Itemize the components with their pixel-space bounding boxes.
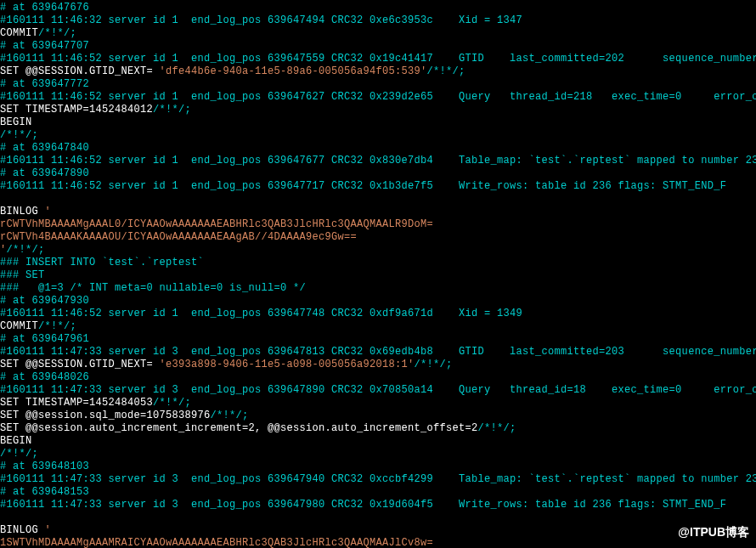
terminal-line: 1SWTVhMDAAAAMgAAAMRAICYAAOwAAAAAAAEABHRl… (0, 537, 756, 548)
terminal-line: BEGIN (0, 116, 756, 129)
terminal-line: SET TIMESTAMP=1452484053/*!*/; (0, 397, 756, 410)
text-segment: # at 639647961 (0, 333, 89, 345)
text-segment: # at 639647707 (0, 40, 89, 52)
text-segment: COMMIT (0, 320, 38, 332)
text-segment: # at 639647840 (0, 142, 89, 154)
text-segment: /*!*/; (38, 27, 76, 39)
terminal-line: BINLOG ' (0, 206, 756, 218)
text-segment: ' (0, 244, 7, 256)
text-segment: /*!*/; (38, 320, 76, 332)
terminal-line: # at 639647707 (0, 40, 756, 53)
terminal-line: SET @@SESSION.GTID_NEXT= 'dfe44b6e-940a-… (0, 65, 756, 78)
terminal-line: /*!*/; (0, 129, 756, 142)
text-segment: #160111 11:47:33 server id 3 end_log_pos… (0, 499, 726, 511)
terminal-line: SET @@session.auto_increment_increment=2… (0, 422, 756, 435)
terminal-line: rCWTVhMBAAAAMgAAAL0/ICYAAOwAAAAAAAEABHRl… (0, 218, 756, 231)
terminal-line: BINLOG ' (0, 524, 756, 537)
terminal-line: #160111 11:47:33 server id 3 end_log_pos… (0, 384, 756, 397)
terminal-line: # at 639647676 (0, 2, 756, 14)
terminal-line (0, 193, 756, 206)
text-segment: /*!*/; (211, 410, 249, 421)
text-segment: SET TIMESTAMP=1452484053 (0, 397, 153, 409)
terminal-line: rCWTVh4BAAAAKAAAAOU/ICYAAOwAAAAAAAEAAgAB… (0, 231, 756, 244)
text-segment: ### SET (0, 269, 45, 281)
text-segment: BINLOG (0, 206, 45, 218)
text-segment: 1SWTVhMDAAAAMgAAAMRAICYAAOwAAAAAAAEABHRl… (0, 537, 433, 548)
text-segment: #160111 11:46:52 server id 1 end_log_pos… (0, 91, 756, 103)
terminal-line: # at 639648103 (0, 460, 756, 473)
terminal-line: COMMIT/*!*/; (0, 27, 756, 40)
text-segment: 'e393a898-9406-11e5-a098-005056a92018:1' (160, 359, 415, 370)
text-segment: /*!*/; (427, 65, 465, 77)
terminal-line: SET TIMESTAMP=1452484012/*!*/; (0, 104, 756, 116)
terminal-line: ### @1=3 /* INT meta=0 nullable=0 is_nul… (0, 282, 756, 295)
text-segment: ### @1=3 /* INT meta=0 nullable=0 is_nul… (0, 282, 306, 294)
terminal-line: #160111 11:46:52 server id 1 end_log_pos… (0, 308, 756, 320)
text-segment: #160111 11:46:52 server id 1 end_log_pos… (0, 308, 522, 319)
text-segment: #160111 11:47:33 server id 3 end_log_pos… (0, 384, 756, 396)
terminal-line: #160111 11:46:52 server id 1 end_log_pos… (0, 91, 756, 104)
terminal-line: # at 639648153 (0, 486, 756, 499)
terminal-line: # at 639647961 (0, 333, 756, 346)
text-segment: SET @@SESSION.GTID_NEXT= (0, 65, 160, 77)
text-segment: SET TIMESTAMP=1452484012 (0, 104, 153, 116)
text-segment: BEGIN (0, 116, 32, 128)
text-segment: #160111 11:47:33 server id 3 end_log_pos… (0, 473, 756, 485)
terminal-line: /*!*/; (0, 448, 756, 460)
terminal-line: # at 639647890 (0, 167, 756, 180)
terminal-line: # at 639648026 (0, 371, 756, 384)
text-segment: #160111 11:46:52 server id 1 end_log_pos… (0, 53, 756, 65)
watermark-text: @ITPUB博客 (678, 525, 749, 540)
terminal-line: ### SET (0, 269, 756, 282)
terminal-line: #160111 11:47:33 server id 3 end_log_pos… (0, 499, 756, 511)
text-segment: # at 639647930 (0, 295, 89, 307)
text-segment: BEGIN (0, 435, 32, 447)
text-segment: # at 639648103 (0, 460, 89, 472)
text-segment: SET @@SESSION.GTID_NEXT= (0, 359, 160, 370)
terminal-line: SET @@SESSION.GTID_NEXT= 'e393a898-9406-… (0, 359, 756, 371)
text-segment: rCWTVh4BAAAAKAAAAOU/ICYAAOwAAAAAAAEAAgAB… (0, 231, 357, 243)
terminal-line: '/*!*/; (0, 244, 756, 257)
text-segment: #160111 11:47:33 server id 3 end_log_pos… (0, 346, 756, 358)
text-segment: # at 639648153 (0, 486, 89, 498)
terminal-line: COMMIT/*!*/; (0, 320, 756, 333)
text-segment: #160111 11:46:32 server id 1 end_log_pos… (0, 14, 522, 26)
terminal-line: ### INSERT INTO `test`.`reptest` (0, 257, 756, 269)
text-segment: # at 639648026 (0, 371, 89, 383)
terminal-line: # at 639647772 (0, 78, 756, 91)
terminal-line: # at 639647840 (0, 142, 756, 155)
text-segment: /*!*/; (153, 397, 191, 409)
text-segment: /*!*/; (0, 129, 38, 141)
text-segment: /*!*/; (0, 448, 38, 460)
text-segment (0, 511, 7, 523)
text-segment: rCWTVhMBAAAAMgAAAL0/ICYAAOwAAAAAAAEABHRl… (0, 218, 433, 230)
text-segment: /*!*/; (478, 422, 516, 434)
text-segment: # at 639647772 (0, 78, 89, 90)
text-segment: BINLOG (0, 524, 45, 536)
terminal-line (0, 511, 756, 524)
terminal-line: #160111 11:46:52 server id 1 end_log_pos… (0, 53, 756, 65)
terminal-line: #160111 11:46:52 server id 1 end_log_pos… (0, 180, 756, 193)
terminal-line: # at 639647930 (0, 295, 756, 308)
text-segment: #160111 11:46:52 server id 1 end_log_pos… (0, 155, 756, 167)
text-segment: ### INSERT INTO `test`.`reptest` (0, 257, 204, 268)
terminal-line: #160111 11:46:52 server id 1 end_log_pos… (0, 155, 756, 167)
text-segment: ' (45, 206, 52, 218)
terminal-line: #160111 11:47:33 server id 3 end_log_pos… (0, 473, 756, 486)
terminal-line: SET @@session.sql_mode=1075838976/*!*/; (0, 410, 756, 422)
terminal-line: #160111 11:46:32 server id 1 end_log_pos… (0, 14, 756, 27)
text-segment (0, 193, 7, 205)
text-segment: SET @@session.auto_increment_increment=2… (0, 422, 478, 434)
text-segment: /*!*/; (415, 359, 453, 370)
terminal-line: BEGIN (0, 435, 756, 448)
text-segment: #160111 11:46:52 server id 1 end_log_pos… (0, 180, 726, 192)
text-segment: # at 639647676 (0, 2, 89, 14)
text-segment: ' (45, 524, 52, 536)
text-segment: COMMIT (0, 27, 38, 39)
text-segment: 'dfe44b6e-940a-11e5-89a6-005056a94f05:53… (160, 65, 427, 77)
text-segment: /*!*/; (7, 244, 45, 256)
terminal-output[interactable]: # at 639647676#160111 11:46:32 server id… (0, 2, 756, 548)
text-segment: SET @@session.sql_mode=1075838976 (0, 410, 211, 421)
text-segment: /*!*/; (153, 104, 191, 116)
terminal-line: #160111 11:47:33 server id 3 end_log_pos… (0, 346, 756, 359)
